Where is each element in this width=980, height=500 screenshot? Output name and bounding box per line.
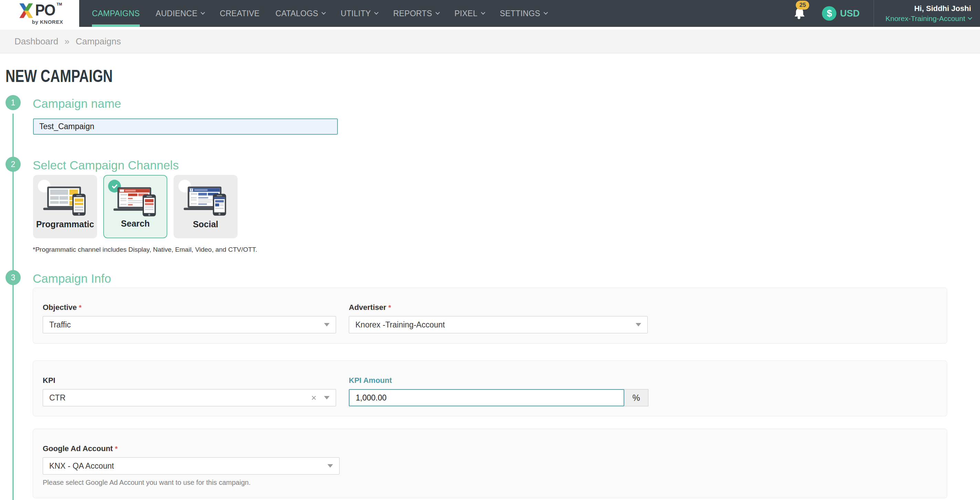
notification-count-badge: 25: [796, 1, 809, 10]
breadcrumb-dashboard[interactable]: Dashboard: [14, 36, 58, 47]
nav-item-pixel[interactable]: PIXEL: [447, 0, 492, 27]
chevron-down-icon: [321, 10, 326, 14]
breadcrumb-campaigns: Campaigns: [76, 36, 121, 47]
kpi-amount-field: KPI Amount %: [349, 376, 648, 406]
logo-text: PO: [35, 2, 55, 18]
kpi-amount-input[interactable]: [349, 389, 624, 406]
google-ad-account-value: KNX - QA Account: [49, 462, 328, 471]
channel-card-programmatic[interactable]: Programmatic: [33, 175, 97, 238]
objective-value: Traffic: [49, 320, 324, 330]
dollar-coin-icon: $: [822, 6, 837, 21]
page-title: NEW CAMPAIGN: [5, 66, 113, 86]
breadcrumb: Dashboard » Campaigns: [0, 30, 980, 53]
top-navbar: PO TM by KNOREX CAMPAIGNS AUDIENCE CREAT…: [0, 0, 980, 27]
required-asterisk: *: [115, 445, 118, 452]
nav-item-campaigns[interactable]: CAMPAIGNS: [84, 0, 148, 27]
objective-field: Objective* Traffic: [43, 303, 336, 333]
user-greeting: Hi, Siddhi Joshi: [886, 3, 971, 14]
notifications-button[interactable]: 25: [792, 5, 807, 22]
programmatic-illustration: [39, 185, 91, 217]
chevron-down-icon: [374, 10, 379, 14]
nav-item-reports[interactable]: REPORTS: [385, 0, 447, 27]
new-campaign-page: PO TM by KNOREX CAMPAIGNS AUDIENCE CREAT…: [0, 0, 980, 500]
svg-text:f: f: [191, 188, 192, 192]
channel-card-social[interactable]: f: [173, 175, 238, 238]
chevron-down-icon: [481, 10, 485, 14]
advertiser-field: Advertiser* Knorex -Training-Account: [349, 303, 648, 333]
user-account: Knorex-Training-Account: [886, 14, 971, 24]
channel-label: Search: [104, 219, 167, 229]
nav-divider: [873, 0, 874, 27]
nav-item-settings[interactable]: SETTINGS: [492, 0, 555, 27]
step-2-circle: 2: [5, 157, 21, 172]
google-ad-account-field: Google Ad Account* KNX - QA Account Plea…: [43, 444, 339, 487]
logo-tm: TM: [56, 2, 62, 6]
user-menu[interactable]: Hi, Siddhi Joshi Knorex-Training-Account: [886, 3, 971, 24]
kpi-value: CTR: [49, 393, 311, 403]
caret-down-icon: [636, 323, 641, 326]
clear-icon[interactable]: ×: [311, 393, 317, 402]
currency-code: USD: [840, 8, 859, 19]
nav-right: 25 $ USD Hi, Siddhi Joshi Knorex-Trainin…: [792, 0, 980, 27]
objective-select[interactable]: Traffic: [43, 316, 336, 333]
chevron-down-icon: [435, 10, 440, 14]
kpi-panel: KPI CTR × KPI Amount %: [33, 360, 947, 416]
xpo-x-icon: [17, 3, 35, 19]
advertiser-select[interactable]: Knorex -Training-Account: [349, 316, 648, 333]
objective-label: Objective: [43, 303, 77, 312]
breadcrumb-separator: »: [64, 36, 69, 47]
objective-advertiser-panel: Objective* Traffic Advertiser* Knorex -T…: [33, 288, 947, 344]
google-ad-account-label: Google Ad Account: [43, 444, 113, 453]
nav-item-utility[interactable]: UTILITY: [332, 0, 385, 27]
required-asterisk: *: [79, 304, 82, 311]
channel-card-search[interactable]: Search: [103, 175, 167, 238]
step-3-heading: Campaign Info: [33, 272, 111, 285]
step-1-circle: 1: [5, 95, 21, 110]
percent-unit: %: [624, 389, 648, 406]
step-1-heading: Campaign name: [33, 97, 121, 110]
google-ad-account-select[interactable]: KNX - QA Account: [43, 457, 339, 475]
channel-label: Social: [173, 219, 238, 229]
kpi-select[interactable]: CTR ×: [43, 389, 336, 406]
programmatic-note: *Programmatic channel includes Display, …: [33, 246, 257, 253]
nav-item-creative[interactable]: CREATIVE: [212, 0, 267, 27]
caret-down-icon: [324, 396, 329, 400]
nav-menu: CAMPAIGNS AUDIENCE CREATIVE CATALOGS UTI…: [84, 0, 555, 27]
kpi-amount-label: KPI Amount: [349, 376, 648, 385]
channel-cards: Programmatic: [33, 175, 238, 238]
chevron-down-icon: [201, 10, 205, 14]
kpi-field: KPI CTR ×: [43, 376, 336, 406]
caret-down-icon: [324, 323, 329, 326]
currency-selector[interactable]: $ USD: [822, 6, 859, 21]
step-2-heading: Select Campaign Channels: [33, 158, 179, 172]
advertiser-value: Knorex -Training-Account: [355, 320, 636, 330]
social-illustration: f: [180, 185, 231, 217]
chevron-down-icon: [968, 16, 972, 20]
nav-item-audience[interactable]: AUDIENCE: [148, 0, 212, 27]
logo-byline: by KNOREX: [32, 19, 63, 25]
caret-down-icon: [328, 464, 333, 468]
google-ad-account-panel: Google Ad Account* KNX - QA Account Plea…: [33, 429, 947, 498]
kpi-label: KPI: [43, 376, 56, 385]
nav-item-catalogs[interactable]: CATALOGS: [267, 0, 332, 27]
google-ad-account-hint: Please select Google Ad Account you want…: [43, 479, 339, 487]
advertiser-label: Advertiser: [349, 303, 387, 312]
chevron-down-icon: [544, 10, 548, 14]
step-3-circle: 3: [5, 270, 21, 285]
search-illustration: [110, 186, 161, 218]
campaign-name-input[interactable]: [33, 118, 338, 135]
required-asterisk: *: [388, 304, 391, 311]
channel-label: Programmatic: [33, 219, 97, 229]
xpo-logo[interactable]: PO TM by KNOREX: [0, 0, 79, 27]
